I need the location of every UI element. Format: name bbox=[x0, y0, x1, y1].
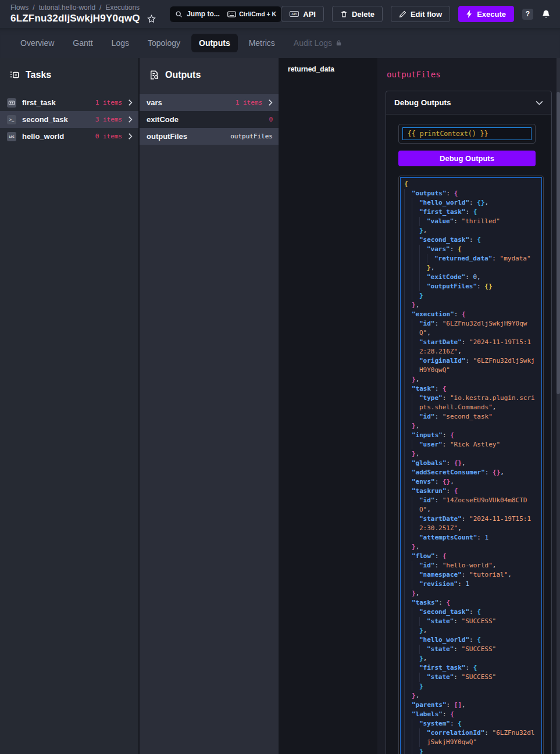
help-icon[interactable]: ? bbox=[522, 9, 533, 20]
chevron-right-icon bbox=[128, 99, 133, 106]
delete-button[interactable]: Delete bbox=[332, 6, 383, 22]
app-root: Flows / tutorial.hello-world / Execution… bbox=[0, 0, 560, 754]
tab-topology[interactable]: Topology bbox=[140, 34, 188, 52]
lightning-icon bbox=[466, 10, 473, 18]
selected-output-title: outputFiles bbox=[387, 70, 555, 79]
api-icon: API bbox=[290, 11, 299, 17]
breadcrumb-flow-id[interactable]: tutorial.hello-world bbox=[39, 3, 95, 12]
output-row-outputFiles[interactable]: outputFiles outputFiles bbox=[140, 128, 279, 145]
topbar: Flows / tutorial.hello-world / Execution… bbox=[0, 0, 560, 28]
header-actions: API API Delete Edit flow Execute bbox=[281, 6, 551, 22]
tasks-panel-title: Tasks bbox=[26, 70, 51, 80]
document-search-icon bbox=[149, 70, 159, 80]
breadcrumb-separator: / bbox=[33, 3, 34, 12]
trash-icon bbox=[340, 10, 348, 18]
output-value: outputFiles bbox=[230, 133, 273, 140]
outputs-browser: Tasks first_task 1 items >_ second_task bbox=[0, 58, 560, 754]
task-items-count: 0 items bbox=[95, 133, 122, 140]
scrollbar-thumb[interactable] bbox=[557, 92, 560, 394]
output-row-vars[interactable]: vars 1 items bbox=[140, 94, 279, 111]
outputs-panel-header: Outputs bbox=[140, 58, 279, 94]
search-shortcut: Ctrl/Cmd + K bbox=[239, 10, 276, 17]
debug-output-editor[interactable]: {"outputs": {"hello_world": {},"first_ta… bbox=[400, 177, 542, 754]
tab-metrics[interactable]: Metrics bbox=[241, 34, 283, 52]
tasks-panel-header: Tasks bbox=[0, 58, 138, 94]
tab-outputs[interactable]: Outputs bbox=[191, 34, 238, 52]
output-row-exitCode[interactable]: exitCode 0 bbox=[140, 111, 279, 128]
api-button[interactable]: API API bbox=[281, 6, 324, 22]
debug-outputs-card-body: {{ printContext() }} Debug Outputs {"out… bbox=[386, 114, 551, 754]
search-icon bbox=[175, 10, 183, 18]
breadcrumb-flows[interactable]: Flows bbox=[10, 3, 28, 12]
return-task-icon bbox=[7, 98, 16, 108]
task-row-hello_world[interactable]: LOG hello_world 0 items bbox=[0, 128, 138, 145]
tab-audit-logs: Audit Logs bbox=[286, 34, 349, 52]
execution-tabs: Overview Gantt Logs Topology Outputs Met… bbox=[0, 28, 560, 58]
detail-scrollbar[interactable] bbox=[557, 58, 560, 754]
chevron-right-icon bbox=[128, 116, 133, 123]
page-title: 6LZFnu32dljSwkjH9Y0qwQ bbox=[10, 13, 140, 24]
breadcrumb-separator: / bbox=[99, 3, 101, 12]
outputs-panel-title: Outputs bbox=[165, 70, 201, 80]
expression-input[interactable]: {{ printContext() }} bbox=[402, 127, 532, 140]
task-items-count: 1 items bbox=[95, 99, 122, 106]
value-panel: returned_data bbox=[279, 58, 377, 754]
task-row-first_task[interactable]: first_task 1 items bbox=[0, 94, 138, 111]
debug-outputs-card-title: Debug Outputs bbox=[394, 98, 451, 107]
debug-outputs-button[interactable]: Debug Outputs bbox=[398, 151, 536, 166]
task-list-icon bbox=[9, 70, 20, 80]
chevron-right-icon bbox=[128, 133, 133, 140]
debug-outputs-card: Debug Outputs {{ printContext() }} Debug… bbox=[386, 91, 552, 754]
star-icon[interactable] bbox=[147, 15, 156, 23]
keyboard-icon bbox=[227, 11, 236, 17]
header-left: Flows / tutorial.hello-world / Execution… bbox=[10, 3, 170, 24]
log-task-icon: LOG bbox=[7, 132, 16, 141]
execute-button[interactable]: Execute bbox=[458, 6, 514, 22]
debug-outputs-card-header[interactable]: Debug Outputs bbox=[386, 91, 551, 114]
expression-editor-frame: {{ printContext() }} bbox=[398, 124, 536, 144]
detail-panel: outputFiles Debug Outputs {{ printContex… bbox=[377, 58, 560, 754]
tasks-panel: Tasks first_task 1 items >_ second_task bbox=[0, 58, 140, 754]
task-row-second_task[interactable]: >_ second_task 3 items bbox=[0, 111, 138, 128]
debug-output-editor-frame: {"outputs": {"hello_world": {},"first_ta… bbox=[398, 176, 544, 754]
breadcrumb-executions[interactable]: Executions bbox=[105, 3, 140, 12]
chevron-down-icon bbox=[536, 101, 543, 105]
breadcrumb: Flows / tutorial.hello-world / Execution… bbox=[10, 3, 170, 12]
commands-task-icon: >_ bbox=[7, 115, 16, 124]
output-value: 0 bbox=[269, 116, 273, 123]
tab-logs[interactable]: Logs bbox=[104, 34, 137, 52]
output-key-returned_data[interactable]: returned_data bbox=[288, 65, 368, 73]
tab-gantt[interactable]: Gantt bbox=[65, 34, 100, 52]
search-placeholder: Jump to... bbox=[187, 10, 220, 18]
task-items-count: 3 items bbox=[95, 116, 122, 123]
jump-to-search[interactable]: Jump to... Ctrl/Cmd + K bbox=[170, 6, 281, 22]
chevron-right-icon bbox=[268, 99, 273, 106]
bell-icon[interactable] bbox=[541, 9, 551, 19]
pencil-icon bbox=[399, 10, 406, 18]
lock-icon bbox=[336, 40, 342, 47]
edit-flow-button[interactable]: Edit flow bbox=[391, 6, 450, 22]
outputs-panel: Outputs vars 1 items exitCode 0 outputFi… bbox=[140, 58, 279, 754]
output-items-count: 1 items bbox=[236, 99, 262, 106]
tab-overview[interactable]: Overview bbox=[13, 34, 62, 52]
